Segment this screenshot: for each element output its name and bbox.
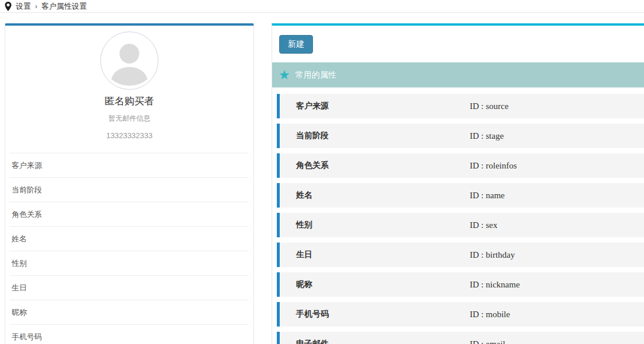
profile-card: 匿名购买者 暂无邮件信息 13323332333 客户来源 当前阶段 角色关系 … bbox=[5, 23, 254, 344]
attribute-label: 昵称 bbox=[280, 279, 470, 290]
attribute-id: ID : source bbox=[470, 101, 509, 111]
attribute-row[interactable]: 角色关系 ID : roleinfos bbox=[277, 153, 644, 178]
profile-phone: 13323332333 bbox=[5, 131, 254, 140]
avatar bbox=[100, 31, 159, 90]
profile-attribute-list: 客户来源 当前阶段 角色关系 姓名 性别 生日 昵称 手机号码 bbox=[9, 153, 248, 344]
person-icon bbox=[101, 32, 158, 89]
profile-attribute-item: 昵称 bbox=[9, 300, 248, 325]
section-title: 常用的属性 bbox=[295, 70, 336, 80]
attribute-id: ID : name bbox=[470, 191, 505, 201]
profile-attribute-item: 角色关系 bbox=[9, 202, 248, 227]
new-attribute-button[interactable]: 新建 bbox=[279, 35, 313, 54]
attribute-row[interactable]: 姓名 ID : name bbox=[277, 183, 644, 208]
profile-attribute-item: 性别 bbox=[9, 251, 248, 276]
attribute-row[interactable]: 手机号码 ID : mobile bbox=[277, 302, 644, 327]
attribute-id: ID : sex bbox=[470, 220, 498, 230]
attribute-row[interactable]: 昵称 ID : nickname bbox=[277, 272, 644, 297]
breadcrumb-separator: › bbox=[35, 2, 37, 10]
attribute-id: ID : roleinfos bbox=[470, 161, 517, 171]
location-pin-icon bbox=[5, 2, 12, 11]
attribute-row[interactable]: 生日 ID : birthday bbox=[277, 243, 644, 267]
attribute-label: 客户来源 bbox=[280, 101, 470, 111]
attribute-row-list: 客户来源 ID : source 当前阶段 ID : stage 角色关系 ID… bbox=[272, 87, 644, 344]
star-icon: ★ bbox=[279, 69, 290, 82]
profile-attribute-item: 手机号码 bbox=[9, 325, 248, 344]
breadcrumb: 设置 › 客户属性设置 bbox=[0, 0, 644, 13]
attribute-label: 角色关系 bbox=[280, 160, 470, 171]
attribute-row[interactable]: 当前阶段 ID : stage bbox=[277, 124, 644, 148]
attribute-label: 当前阶段 bbox=[280, 131, 470, 141]
breadcrumb-item-settings[interactable]: 设置 bbox=[16, 1, 31, 12]
breadcrumb-item-current: 客户属性设置 bbox=[41, 1, 87, 12]
attribute-label: 电子邮件 bbox=[280, 339, 470, 344]
attribute-id: ID : email bbox=[470, 339, 505, 344]
attribute-id: ID : nickname bbox=[470, 280, 520, 290]
attribute-row[interactable]: 电子邮件 ID : email bbox=[277, 332, 644, 344]
profile-attribute-item: 当前阶段 bbox=[9, 178, 248, 202]
attributes-panel: 新建 ★ 常用的属性 客户来源 ID : source 当前阶段 ID : st… bbox=[272, 23, 644, 344]
profile-attribute-item: 客户来源 bbox=[9, 153, 248, 178]
attribute-label: 生日 bbox=[280, 250, 470, 260]
attribute-row[interactable]: 客户来源 ID : source bbox=[277, 94, 644, 118]
attribute-id: ID : mobile bbox=[470, 310, 510, 320]
attribute-row[interactable]: 性别 ID : sex bbox=[277, 213, 644, 237]
attribute-id: ID : stage bbox=[470, 131, 504, 141]
profile-attribute-item: 姓名 bbox=[9, 227, 248, 251]
attribute-id: ID : birthday bbox=[470, 250, 515, 260]
profile-attribute-item: 生日 bbox=[9, 276, 248, 300]
attribute-label: 手机号码 bbox=[280, 309, 470, 320]
attribute-label: 姓名 bbox=[280, 190, 470, 201]
attribute-label: 性别 bbox=[280, 220, 470, 230]
profile-name: 匿名购买者 bbox=[5, 94, 254, 108]
common-attributes-header: ★ 常用的属性 bbox=[272, 62, 644, 87]
profile-email-status: 暂无邮件信息 bbox=[5, 114, 254, 124]
